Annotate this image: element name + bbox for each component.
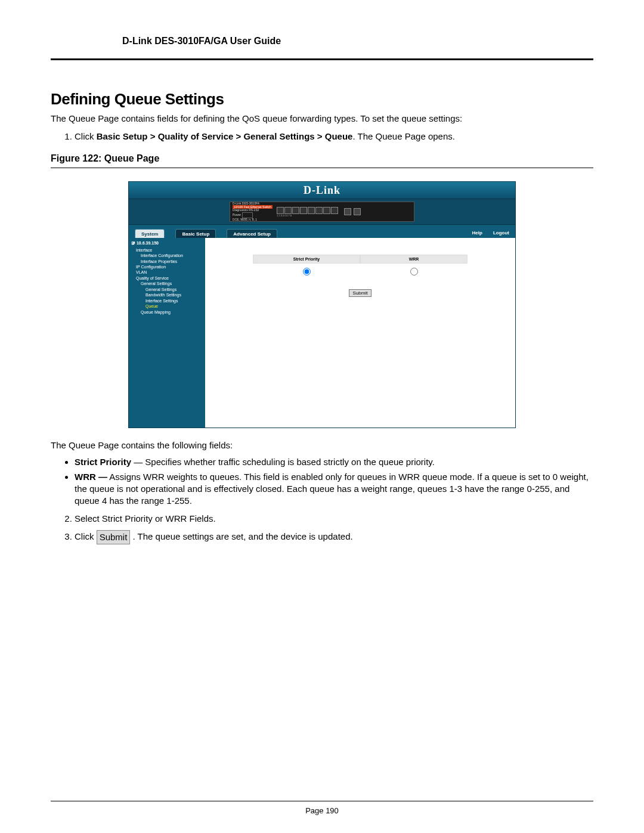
content-pane: Strict Priority WRR Submit: [205, 238, 515, 428]
sidebar-item-queue[interactable]: Queue: [131, 304, 203, 309]
section-title: Defining Queue Settings: [51, 90, 593, 109]
port-icon: [292, 207, 299, 214]
port-icon: [284, 207, 292, 214]
tab-bar: System Basic Setup Advanced Setup Help L…: [129, 225, 515, 238]
port-icon: [331, 207, 338, 214]
app-titlebar: D-Link: [129, 182, 515, 199]
sidebar-item-queue-mapping[interactable]: Queue Mapping: [131, 309, 203, 315]
sidebar-item-general-settings[interactable]: General Settings: [131, 281, 203, 286]
sidebar-item-interface-settings[interactable]: Interface Settings: [131, 298, 203, 304]
port-icon: [323, 207, 330, 214]
submit-button[interactable]: Submit: [349, 289, 372, 297]
queue-page-screenshot: D-Link D-Link DES-3010FA 10/100 Fast Eth…: [128, 181, 516, 428]
port-icon: [308, 207, 315, 214]
logout-link[interactable]: Logout: [493, 230, 509, 236]
device-panel: D-Link DES-3010FA 10/100 Fast Ethernet S…: [230, 202, 414, 222]
page-number: Page 190: [305, 806, 339, 815]
sidebar-item-ip-config[interactable]: IP Configuration: [131, 264, 203, 270]
sidebar-item-interface-props[interactable]: Interface Properties: [131, 259, 203, 264]
device-image-band: D-Link DES-3010FA 10/100 Fast Ethernet S…: [129, 199, 515, 225]
col-strict-priority: Strict Priority: [253, 255, 360, 264]
steps-continued: Select Strict Priority or WRR Fields. Cl…: [75, 513, 593, 544]
steps-list: Click Basic Setup > Quality of Service >…: [75, 131, 593, 143]
brand-logo: D-Link: [304, 184, 340, 196]
device-info: D-Link DES-3010FA 10/100 Fast Ethernet S…: [233, 202, 274, 221]
step-3: Click Submit . The queue settings are se…: [75, 530, 593, 544]
nav-tree: Interface Interface Configuration Interf…: [131, 247, 203, 315]
port-icon: [277, 207, 284, 214]
step-2: Select Strict Priority or WRR Fields.: [75, 513, 593, 525]
col-wrr: WRR: [360, 255, 467, 264]
tab-basic-setup[interactable]: Basic Setup: [175, 229, 216, 238]
uplink-port-icon: [354, 208, 361, 215]
uplink-port-icon: [344, 208, 351, 215]
bullet-strict-priority: Strict Priority — Specifies whether traf…: [75, 456, 593, 468]
sidebar-item-interface-config[interactable]: Interface Configuration: [131, 253, 203, 258]
strict-priority-radio[interactable]: [303, 268, 311, 275]
uplink-ports: [344, 208, 361, 215]
figure-rule: [51, 168, 593, 168]
step-1: Click Basic Setup > Quality of Service >…: [75, 131, 593, 143]
doc-header: D-Link DES-3010FA/GA User Guide: [51, 36, 593, 60]
sidebar-item-general-settings-sub[interactable]: General Settings: [131, 287, 203, 292]
sidebar-item-interface[interactable]: Interface: [131, 247, 203, 253]
figure-caption: Figure 122: Queue Page: [51, 153, 593, 164]
section-intro: The Queue Page contains fields for defin…: [51, 113, 593, 123]
doc-title: D-Link DES-3010FA/GA User Guide: [122, 36, 281, 46]
tab-system[interactable]: System: [135, 229, 165, 238]
nav-path: Basic Setup > Quality of Service > Gener…: [97, 131, 353, 141]
sidebar-item-bandwidth[interactable]: Bandwidth Settings: [131, 292, 203, 298]
sidebar-item-vlan[interactable]: VLAN: [131, 270, 203, 275]
wrr-radio[interactable]: [410, 268, 418, 275]
page-footer: Page 190: [51, 801, 593, 815]
fields-intro: The Queue Page contains the following fi…: [51, 440, 593, 450]
bullet-wrr: WRR — Assigns WRR weights to queues. Thi…: [75, 471, 593, 507]
device-ip: 🖳 10.6.39.150: [131, 240, 203, 246]
help-link[interactable]: Help: [472, 230, 482, 236]
sidebar-item-qos[interactable]: Quality of Service: [131, 275, 203, 281]
port-icon: [315, 207, 323, 214]
port-icon: [300, 207, 307, 214]
tab-advanced-setup[interactable]: Advanced Setup: [227, 229, 277, 238]
nav-sidebar: 🖳 10.6.39.150 Interface Interface Config…: [129, 238, 205, 428]
ports-block: 12345678: [277, 207, 338, 217]
inline-submit-button: Submit: [97, 530, 131, 544]
field-bullets: Strict Priority — Specifies whether traf…: [75, 456, 593, 507]
